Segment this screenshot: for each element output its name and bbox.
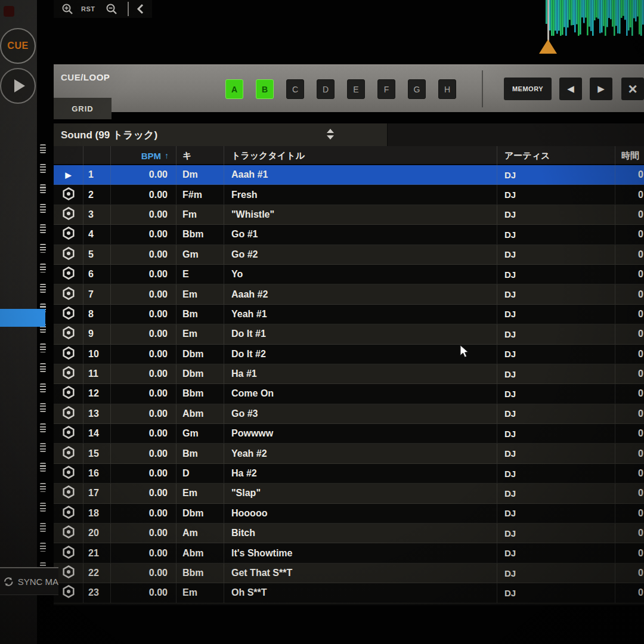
track-number: 16 <box>83 464 111 483</box>
table-row[interactable]: 20.00F#mFreshDJ0 <box>54 185 644 205</box>
hot-cue-f-button[interactable]: F <box>377 79 395 99</box>
cue-button[interactable]: CUE <box>0 28 36 64</box>
track-key: Bbm <box>177 384 224 403</box>
track-type-icon <box>63 426 75 441</box>
row-marker-tick <box>40 184 46 193</box>
track-number: 11 <box>83 364 111 383</box>
track-bpm: 0.00 <box>111 444 177 463</box>
hot-cue-e-button[interactable]: E <box>347 79 365 99</box>
row-marker-tick <box>40 264 46 273</box>
row-marker-tick <box>40 503 46 512</box>
track-time: 0 <box>615 543 644 562</box>
table-row[interactable]: 200.00AmBitchDJ0 <box>54 524 644 543</box>
hot-cue-a-button[interactable]: A <box>225 79 243 99</box>
chevron-left-icon[interactable] <box>135 2 148 16</box>
track-title: Ha #1 <box>224 364 497 383</box>
play-button[interactable] <box>0 68 36 104</box>
track-type-icon <box>63 366 75 382</box>
zoom-in-icon[interactable] <box>61 2 75 17</box>
table-row[interactable]: ▶10.00DmAaah #1DJ0 <box>54 165 644 185</box>
table-row[interactable]: 140.00GmPowwwwDJ0 <box>54 424 644 444</box>
column-header-number[interactable] <box>83 146 111 165</box>
track-bpm: 0.00 <box>111 524 177 543</box>
close-panel-button[interactable]: × <box>621 78 644 100</box>
table-row[interactable]: 70.00EmAaah #2DJ0 <box>54 284 644 304</box>
playhead-line <box>547 0 549 42</box>
track-title: Hooooo <box>224 504 497 523</box>
column-header-icon[interactable] <box>54 146 83 165</box>
table-row[interactable]: 110.00DbmHa #1DJ0 <box>54 364 644 384</box>
track-key: Dm <box>177 165 224 184</box>
memory-button[interactable]: MEMORY <box>504 78 552 100</box>
table-row[interactable]: 160.00DHa #2DJ0 <box>54 464 644 484</box>
track-artist: DJ <box>497 424 615 443</box>
column-header-key[interactable]: キ <box>177 146 224 165</box>
tab-grid[interactable]: GRID <box>54 98 112 119</box>
track-artist: DJ <box>497 225 615 244</box>
track-time: 0 <box>615 364 644 383</box>
mouse-cursor <box>459 345 473 359</box>
table-row[interactable]: 30.00Fm"Whistle"DJ0 <box>54 205 644 225</box>
track-key: Bm <box>177 305 224 324</box>
track-time: 0 <box>615 424 644 443</box>
now-playing-icon: ▶ <box>66 171 72 179</box>
track-bpm: 0.00 <box>111 305 177 324</box>
track-number: 17 <box>83 484 111 503</box>
track-artist: DJ <box>497 404 615 423</box>
column-header-title[interactable]: トラックタイトル <box>224 146 497 165</box>
track-key: Dbm <box>177 364 224 383</box>
prev-cue-button[interactable]: ◀ <box>559 78 582 100</box>
track-time: 0 <box>615 444 644 463</box>
hot-cue-d-button[interactable]: D <box>317 79 335 99</box>
table-row[interactable]: 60.00EYoDJ0 <box>54 265 644 284</box>
sort-ascending-icon: ↑ <box>165 151 169 160</box>
table-row[interactable]: 80.00BmYeah #1DJ0 <box>54 305 644 324</box>
table-row[interactable]: 150.00BmYeah #2DJ0 <box>54 444 644 463</box>
track-title: Powwww <box>224 424 497 443</box>
track-rows: ▶10.00DmAaah #1DJ020.00F#mFreshDJ030.00F… <box>54 165 644 603</box>
table-row[interactable]: 90.00EmDo It #1DJ0 <box>54 324 644 344</box>
next-cue-button[interactable]: ▶ <box>590 78 612 100</box>
grid-reset-button[interactable]: RST <box>81 5 95 13</box>
track-time: 0 <box>615 404 644 423</box>
table-row[interactable]: 50.00GmGo #2DJ0 <box>54 245 644 265</box>
track-artist: DJ <box>497 245 615 264</box>
table-row[interactable]: 180.00DbmHoooooDJ0 <box>54 504 644 524</box>
hot-cue-b-button[interactable]: B <box>256 79 274 99</box>
track-artist: DJ <box>497 185 615 204</box>
track-artist: DJ <box>497 384 615 403</box>
track-key: Gm <box>177 424 224 443</box>
track-key: Em <box>177 324 224 343</box>
track-number: 3 <box>83 205 111 224</box>
track-time: 0 <box>615 265 644 284</box>
column-header-bpm[interactable]: BPM ↑ <box>111 146 177 165</box>
track-type-icon <box>63 585 75 600</box>
track-artist: DJ <box>497 324 615 343</box>
hot-cue-h-button[interactable]: H <box>438 79 456 99</box>
track-artist: DJ <box>497 364 615 383</box>
hot-cue-g-button[interactable]: G <box>408 79 426 99</box>
table-row[interactable]: 170.00Em"Slap"DJ0 <box>54 484 644 503</box>
table-row[interactable]: 220.00BbmGet That S**TDJ0 <box>54 564 644 583</box>
track-time: 0 <box>615 205 644 224</box>
column-header-artist[interactable]: アーティス <box>497 146 615 165</box>
track-type-icon <box>63 485 75 501</box>
playlist-selector[interactable]: Sound (99 トラック) <box>54 123 388 146</box>
zoom-out-icon[interactable] <box>105 2 119 17</box>
sync-manager-bar[interactable]: SYNC MA <box>0 567 58 595</box>
track-time: 0 <box>615 484 644 503</box>
track-key: Abm <box>177 543 224 562</box>
table-row[interactable]: 120.00BbmCome OnDJ0 <box>54 384 644 404</box>
table-row[interactable]: 100.00DbmDo It #2DJ0 <box>54 345 644 364</box>
column-header-time[interactable]: 時間 <box>615 146 644 165</box>
track-artist: DJ <box>497 524 615 543</box>
track-key: Dbm <box>177 504 224 523</box>
track-title: Get That S**T <box>224 564 497 583</box>
track-title: "Whistle" <box>224 205 497 224</box>
table-row[interactable]: 230.00EmOh S**TDJ0 <box>54 583 644 603</box>
hot-cue-c-button[interactable]: C <box>286 79 304 99</box>
table-row[interactable]: 210.00AbmIt's ShowtimeDJ0 <box>54 543 644 563</box>
table-row[interactable]: 130.00AbmGo #3DJ0 <box>54 404 644 424</box>
table-row[interactable]: 40.00BbmGo #1DJ0 <box>54 225 644 244</box>
track-number: 2 <box>83 185 111 204</box>
